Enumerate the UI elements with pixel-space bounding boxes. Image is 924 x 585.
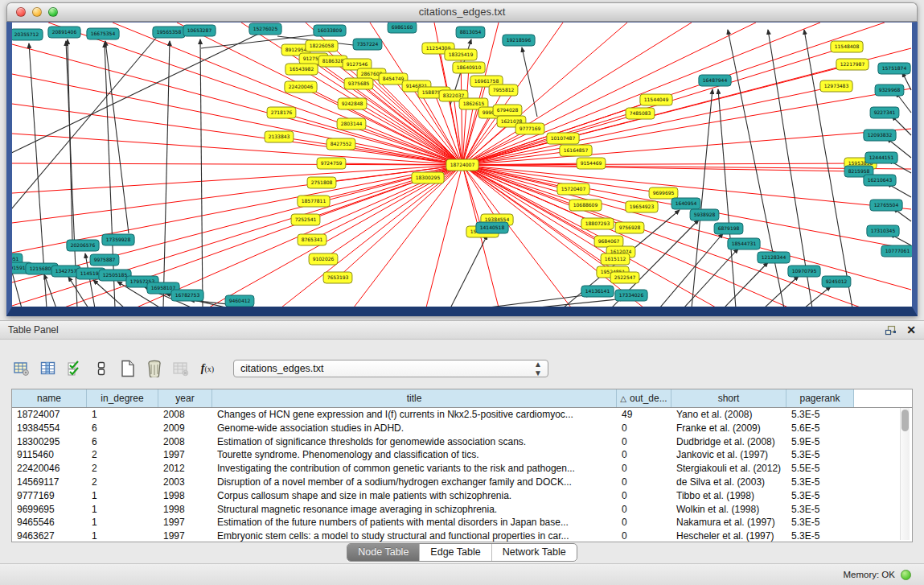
paper-node[interactable]: 9242848 <box>338 98 367 109</box>
paper-node[interactable]: 22420046 <box>285 81 317 93</box>
cell-short[interactable]: Tibbo et al. (1998) <box>671 489 786 503</box>
cell-pagerank[interactable]: 5.3E-5 <box>786 448 854 462</box>
paper-node[interactable]: 10107487 <box>547 133 579 144</box>
cell-in_degree[interactable]: 6 <box>87 435 158 449</box>
paper-node[interactable]: 18325419 <box>445 49 477 60</box>
external-node[interactable]: 9227341 <box>870 107 899 118</box>
table-vertical-scrollbar[interactable] <box>900 408 910 540</box>
cell-in_degree[interactable]: 2 <box>87 476 158 489</box>
external-node[interactable]: 12444151 <box>865 152 897 163</box>
cell-title[interactable]: Genome-wide association studies in ADHD. <box>212 422 617 435</box>
cell-title[interactable]: Corpus callosum shape and size in male p… <box>212 489 617 503</box>
cell-short[interactable]: de Silva et al. (2003) <box>671 476 786 489</box>
cell-title[interactable]: Tourette syndrome. Phenomenology and cla… <box>212 448 617 462</box>
paper-node[interactable]: 2133843 <box>265 131 294 142</box>
cell-in_degree[interactable]: 2 <box>87 448 158 462</box>
column-header-in_degree[interactable]: in_degree <box>87 389 158 407</box>
cell-title[interactable]: Embryonic stem cells: a model to study s… <box>212 529 617 542</box>
network-canvas[interactable]: 8912954182260589127508165439828186328912… <box>12 23 912 307</box>
cell-pagerank[interactable]: 5.3E-5 <box>786 489 854 503</box>
show-columns-icon[interactable] <box>39 360 57 377</box>
external-node[interactable]: 20355712 <box>12 29 43 40</box>
cell-out_de[interactable]: 0 <box>617 422 671 435</box>
cell-name[interactable]: 18300295 <box>12 435 87 449</box>
paper-node[interactable]: 12973483 <box>820 80 852 92</box>
paper-node[interactable]: 18724007 <box>446 159 478 171</box>
external-node[interactable]: 14140518 <box>476 222 508 233</box>
external-node[interactable]: 12093832 <box>864 130 896 141</box>
external-node[interactable]: 9975887 <box>90 254 119 266</box>
table-row[interactable]: 1872400712008Changes of HCN gene express… <box>12 408 912 422</box>
tab-network-table[interactable]: Network Table <box>491 544 577 561</box>
external-node[interactable]: 9460412 <box>225 295 254 307</box>
cell-short[interactable]: Dudbridge et al. (2008) <box>671 435 786 449</box>
paper-node[interactable]: 9154469 <box>577 158 606 169</box>
external-node[interactable]: 19218596 <box>503 35 535 46</box>
cell-year[interactable]: 1997 <box>158 516 212 529</box>
external-node[interactable]: 12128344 <box>758 252 790 263</box>
table-row[interactable]: 946362711997Embryonic stem cells: a mode… <box>12 529 912 542</box>
minimize-window-button[interactable] <box>32 7 42 17</box>
cell-title[interactable]: Estimation of significance thresholds fo… <box>212 435 617 449</box>
paper-node[interactable]: 9102026 <box>309 253 338 265</box>
cell-year[interactable]: 2003 <box>158 476 212 489</box>
table-row[interactable]: 946554611997Estimation of the future num… <box>12 516 912 529</box>
external-node[interactable]: 16675354 <box>87 28 119 39</box>
cell-name[interactable]: 9465546 <box>12 516 87 529</box>
external-node[interactable]: 8813054 <box>456 27 485 38</box>
cell-name[interactable]: 9115460 <box>12 448 87 462</box>
external-node[interactable]: 5938928 <box>690 209 719 220</box>
paper-node[interactable]: 18577811 <box>298 196 330 207</box>
cell-title[interactable]: Changes of HCN gene expression and I(f) … <box>212 408 617 422</box>
paper-node[interactable]: 7653193 <box>323 272 352 283</box>
cell-in_degree[interactable]: 6 <box>87 422 158 435</box>
cell-name[interactable]: 9777169 <box>12 489 87 503</box>
external-node[interactable]: 10777061 <box>881 245 912 257</box>
cell-year[interactable]: 2009 <box>158 422 212 435</box>
table-row[interactable]: 1938455462009Genome-wide association stu… <box>12 422 912 435</box>
table-row[interactable]: 977716911998Corpus callosum shape and si… <box>12 489 912 503</box>
cell-out_de[interactable]: 0 <box>617 489 671 503</box>
paper-node[interactable]: 11544049 <box>640 94 672 105</box>
external-node[interactable]: 16487944 <box>699 75 731 86</box>
column-header-year[interactable]: year <box>158 389 212 407</box>
table-selector-dropdown[interactable]: citations_edges.txt ▲▼ <box>233 360 548 377</box>
function-builder-icon[interactable]: f(x) <box>199 360 216 377</box>
cell-pagerank[interactable]: 5.9E-5 <box>786 435 854 449</box>
table-row[interactable]: 969969511998Structural magnetic resonanc… <box>12 503 912 517</box>
cell-out_de[interactable]: 0 <box>617 516 671 529</box>
table-row[interactable]: 2242004622012Investigating the contribut… <box>12 462 912 476</box>
paper-node[interactable]: 18226058 <box>306 40 338 51</box>
paper-node[interactable]: 19654923 <box>626 201 658 212</box>
paper-node[interactable]: 2718176 <box>267 107 296 118</box>
cell-title[interactable]: Structural magnetic resonance image aver… <box>212 503 617 517</box>
column-header-out_de[interactable]: △out_de... <box>617 389 671 407</box>
external-node[interactable]: 20206576 <box>67 240 99 251</box>
external-node[interactable]: 7357224 <box>353 39 382 50</box>
external-node[interactable]: 10970795 <box>788 266 820 277</box>
cell-short[interactable]: Nakamura et al. (1997) <box>671 516 786 529</box>
cell-out_de[interactable]: 0 <box>617 503 671 517</box>
cell-pagerank[interactable]: 5.3E-5 <box>786 408 854 422</box>
tab-edge-table[interactable]: Edge Table <box>419 544 491 561</box>
paper-node[interactable]: 12217987 <box>836 59 869 70</box>
paper-node[interactable]: 9699695 <box>649 187 678 199</box>
paper-node[interactable]: 18300295 <box>412 172 444 183</box>
external-node[interactable]: 16210643 <box>864 175 896 186</box>
paper-node[interactable]: 9375685 <box>344 78 373 89</box>
paper-node[interactable]: 16543982 <box>285 64 318 75</box>
cell-short[interactable]: Hescheler et al. (1997) <box>671 529 786 542</box>
window-titlebar[interactable]: citations_edges.txt <box>6 2 918 22</box>
paper-node[interactable]: 18640910 <box>453 62 485 73</box>
paper-node[interactable]: 2522547 <box>610 272 639 283</box>
cell-year[interactable]: 1997 <box>158 529 212 542</box>
cell-pagerank[interactable]: 5.3E-5 <box>786 529 854 542</box>
external-node[interactable]: 17310345 <box>867 225 899 237</box>
column-header-name[interactable]: name <box>12 389 87 407</box>
external-node[interactable]: 6986160 <box>388 23 417 33</box>
cell-year[interactable]: 2008 <box>158 408 212 422</box>
external-node[interactable]: 12765504 <box>870 200 902 211</box>
cell-short[interactable]: Jankovic et al. (1997) <box>671 448 786 462</box>
row-height-icon[interactable] <box>92 360 110 377</box>
delete-table-icon[interactable] <box>146 360 163 377</box>
